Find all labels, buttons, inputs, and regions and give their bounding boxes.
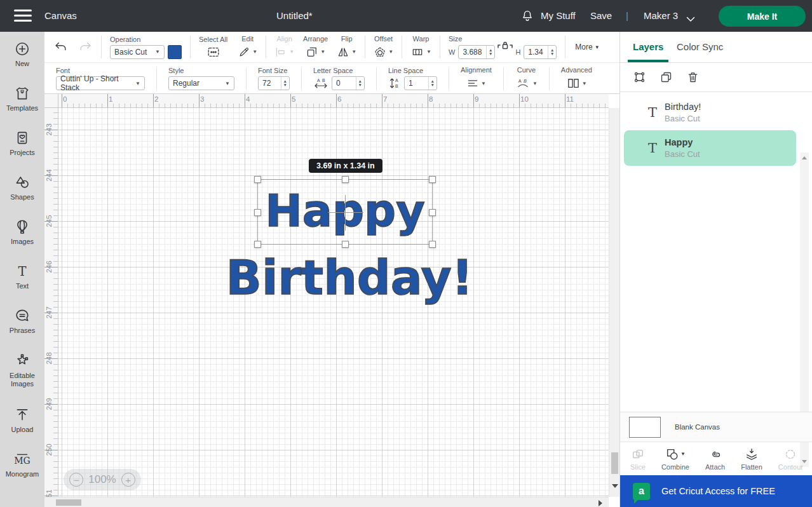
selection-handle[interactable] xyxy=(429,209,436,216)
sidebar-item-templates[interactable]: Templates xyxy=(0,76,44,121)
scroll-up-arrow-icon[interactable] xyxy=(802,156,807,159)
size-lock-icon[interactable] xyxy=(497,39,513,54)
chevron-down-icon[interactable] xyxy=(686,13,695,25)
selection-crosshair xyxy=(345,195,346,231)
canvas-view-label: Canvas xyxy=(44,10,77,21)
tab-layers[interactable]: Layers xyxy=(633,41,663,52)
sidebar-item-upload[interactable]: Upload xyxy=(0,398,44,442)
save-button[interactable]: Save xyxy=(590,10,612,21)
vertical-scroll-thumb[interactable] xyxy=(611,452,618,474)
canvas-vertical-scrollbar[interactable] xyxy=(609,108,619,497)
font-group: Font Cuttin' Up - Short Stack▼ xyxy=(56,67,145,90)
group-icon[interactable] xyxy=(633,71,646,84)
document-title[interactable]: Untitled* xyxy=(276,10,313,21)
flip-button[interactable]: Flip ▼ xyxy=(337,35,356,60)
horizontal-scroll-thumb[interactable] xyxy=(56,499,81,506)
delete-trash-icon[interactable] xyxy=(686,71,700,84)
duplicate-icon[interactable] xyxy=(660,71,673,84)
svg-text:B: B xyxy=(322,78,325,83)
birthday-text[interactable]: Birthday! xyxy=(222,250,477,305)
selection-handle[interactable] xyxy=(254,176,261,183)
sidebar-item-monogram[interactable]: MG Monogram xyxy=(0,442,44,487)
more-button[interactable]: More▼ xyxy=(575,43,599,51)
selection-handle[interactable] xyxy=(429,176,436,183)
sidebar-item-text[interactable]: T Text xyxy=(0,254,44,299)
zoom-out-button[interactable]: − xyxy=(69,473,83,487)
layer-row-happy[interactable]: T Happy Basic Cut xyxy=(624,130,796,166)
height-stepper[interactable]: ▲▼ xyxy=(548,46,556,58)
undo-button[interactable] xyxy=(53,40,69,54)
slice-button[interactable]: Slice xyxy=(630,447,646,471)
arrange-button[interactable]: Arrange ▼ xyxy=(303,35,328,60)
slice-icon xyxy=(631,447,645,461)
canvas-color-swatch[interactable] xyxy=(629,417,661,438)
style-group: Style Regular▼ xyxy=(168,67,234,90)
sidebar-item-new[interactable]: New xyxy=(0,32,44,76)
width-input[interactable]: 3.688 ▲▼ xyxy=(458,45,495,59)
letter-space-input[interactable]: 0 ▲▼ xyxy=(332,76,365,90)
shirt-icon xyxy=(14,85,30,102)
selection-handle[interactable] xyxy=(254,241,261,248)
zoom-in-button[interactable]: + xyxy=(121,473,135,487)
canvas-horizontal-scrollbar[interactable] xyxy=(44,497,609,507)
select-all-button[interactable]: Select All xyxy=(199,36,227,59)
topbar-separator: | xyxy=(626,10,628,21)
operation-select[interactable]: Basic Cut▼ xyxy=(110,45,165,59)
sidebar-item-shapes[interactable]: Shapes xyxy=(0,165,44,210)
edit-button[interactable]: Edit ▼ xyxy=(238,35,257,60)
pencil-icon xyxy=(238,46,250,58)
redo-button[interactable] xyxy=(78,40,93,54)
font-size-group: Font Size 72 ▲▼ xyxy=(258,67,290,90)
font-size-stepper[interactable]: ▲▼ xyxy=(281,77,289,90)
combine-icon xyxy=(665,447,679,461)
alignment-button[interactable]: Alignment ▼ xyxy=(461,66,492,91)
alignment-icon xyxy=(466,78,479,89)
warp-button[interactable]: Warp ▼ xyxy=(410,35,431,60)
sidebar-item-projects[interactable]: Projects xyxy=(0,121,44,165)
offset-button[interactable]: Offset ▼ xyxy=(374,35,393,60)
contour-button[interactable]: Contour xyxy=(778,447,803,471)
vertical-ruler: 243 244 245 246 247 248 249 250 251 xyxy=(44,108,58,497)
layer-color-swatch[interactable] xyxy=(168,45,182,59)
monogram-icon: MG xyxy=(14,451,30,468)
make-it-button[interactable]: Make It xyxy=(719,6,806,27)
height-input[interactable]: 1.34 ▲▼ xyxy=(524,45,557,59)
advanced-button[interactable]: Advanced ▼ xyxy=(561,66,592,91)
sidebar-item-editable-images[interactable]: Editable Images xyxy=(0,343,44,398)
width-stepper[interactable]: ▲▼ xyxy=(486,46,494,58)
attach-button[interactable]: Attach xyxy=(705,447,725,471)
curve-button[interactable]: Curve AB▼ xyxy=(515,66,538,91)
selection-handle[interactable] xyxy=(429,241,436,248)
selection-handle[interactable] xyxy=(254,209,261,216)
style-select[interactable]: Regular▼ xyxy=(168,76,234,90)
flatten-button[interactable]: Flatten xyxy=(741,447,762,471)
text-layer-icon: T xyxy=(644,140,661,156)
font-size-input[interactable]: 72 ▲▼ xyxy=(258,76,290,90)
scroll-right-arrow-icon[interactable] xyxy=(599,500,602,506)
line-space-input[interactable]: 1 ▲▼ xyxy=(404,76,437,90)
height-label: H xyxy=(515,48,520,56)
scroll-down-arrow-icon[interactable] xyxy=(612,484,618,488)
font-select[interactable]: Cuttin' Up - Short Stack▼ xyxy=(56,76,145,90)
notifications-bell-icon[interactable] xyxy=(520,9,534,25)
machine-selector[interactable]: Maker 3 xyxy=(644,10,678,21)
combine-button[interactable]: ▼ Combine xyxy=(661,447,689,471)
width-label: W xyxy=(449,48,455,56)
line-space-icon: AB xyxy=(388,77,401,90)
align-button[interactable]: Align ▼ xyxy=(274,35,294,60)
line-space-stepper[interactable]: ▲▼ xyxy=(428,77,436,90)
selection-handle[interactable] xyxy=(342,176,349,183)
banner-text: Get Cricut Access for FREE xyxy=(661,486,775,496)
letter-space-stepper[interactable]: ▲▼ xyxy=(356,77,364,90)
my-stuff-link[interactable]: My Stuff xyxy=(541,10,576,21)
canvas-grid[interactable]: 3.69 in x 1.34 in Happy Birthday! − 100%… xyxy=(58,108,609,497)
sidebar-item-images[interactable]: Images xyxy=(0,210,44,254)
hamburger-menu-icon[interactable] xyxy=(14,10,32,22)
cricut-access-banner[interactable]: a Get Cricut Access for FREE xyxy=(620,475,812,507)
layer-row-birthday[interactable]: T Birthday! Basic Cut xyxy=(620,95,800,130)
active-tab-underline xyxy=(628,60,668,62)
sidebar-item-phrases[interactable]: Phrases xyxy=(0,299,44,343)
selected-text-object[interactable]: Happy xyxy=(257,179,433,245)
selection-handle[interactable] xyxy=(342,241,349,248)
tab-color-sync[interactable]: Color Sync xyxy=(677,41,723,52)
